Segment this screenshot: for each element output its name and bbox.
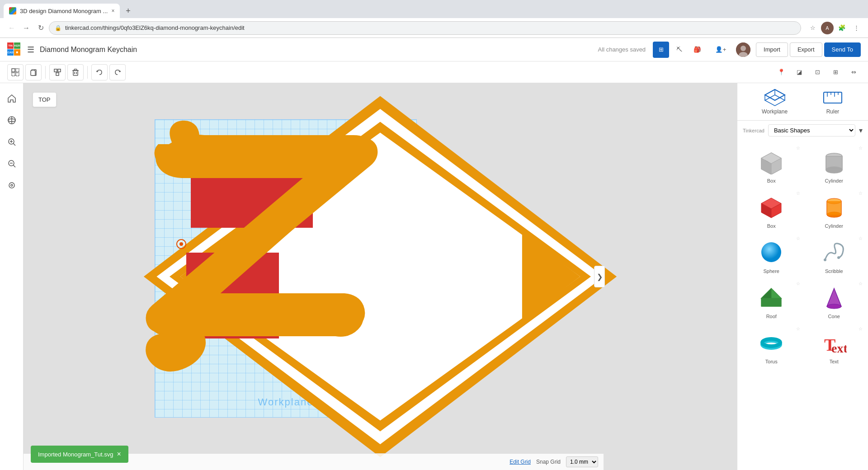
tab-title: 3D design Diamond Monogram ... (20, 8, 108, 14)
shape-cone-purple[interactable]: ☆ Cone (804, 279, 865, 323)
svg-rect-11 (58, 69, 61, 72)
svg-rect-4 (16, 69, 19, 72)
grid-view-btn[interactable]: ⊞ (653, 42, 669, 58)
zoom-in-btn[interactable] (4, 134, 20, 150)
menu-btn[interactable]: ⋮ (850, 22, 863, 34)
pickaxe-btn[interactable]: ⛏ (671, 42, 687, 58)
svg-rect-15 (74, 69, 77, 70)
star-icon-2[interactable]: ☆ (859, 146, 863, 150)
shape-roof-green[interactable]: ☆ Roof (741, 279, 802, 323)
address-bar[interactable]: 🔒 tinkercad.com/things/0qfo3ElZ6kq-diamo… (49, 21, 801, 35)
zoom-out-btn[interactable] (4, 155, 20, 172)
star-icon-7[interactable]: ☆ (796, 281, 800, 286)
shape-icon-cone-purple (820, 283, 849, 312)
back-btn[interactable]: ← (5, 22, 18, 34)
star-icon-4[interactable]: ☆ (859, 191, 863, 196)
star-icon-3[interactable]: ☆ (796, 191, 800, 196)
shape-box-red[interactable]: ☆ Box (741, 189, 802, 232)
workplane-btn[interactable]: Workplane (762, 89, 788, 115)
dropdown-arrow[interactable]: ▾ (859, 126, 863, 135)
active-tab[interactable]: 3D design Diamond Monogram ... × (4, 4, 120, 18)
toolbar-separator-2 (87, 66, 88, 79)
star-icon-8[interactable]: ☆ (859, 281, 863, 286)
star-icon-10[interactable]: ☆ (859, 326, 863, 331)
shape-label-box-red: Box (767, 223, 776, 229)
svg-rect-8 (31, 70, 35, 75)
ruler-btn[interactable]: Ruler (822, 89, 844, 115)
shape-sphere-blue[interactable]: ☆ Sphere (741, 234, 802, 277)
import-btn[interactable]: Import (756, 42, 788, 57)
shape-cylinder-orange[interactable]: ☆ Cylinder (804, 189, 865, 232)
shape-icon-box-gray (757, 147, 786, 176)
arrange-btn[interactable]: ⊞ (828, 65, 843, 80)
svg-rect-6 (16, 73, 19, 76)
panel-top-tools: Workplane Ruler (737, 83, 868, 121)
delete-btn[interactable] (67, 64, 84, 80)
shapes-header: Tinkercad Basic Shapes ▾ (737, 121, 868, 140)
notification-close-btn[interactable]: × (117, 450, 121, 458)
avatar[interactable] (736, 42, 750, 57)
shape-text-red[interactable]: ☆ T ext Text (804, 324, 865, 368)
bag-btn[interactable]: 🎒 (689, 42, 705, 58)
home-view-btn[interactable] (4, 90, 20, 107)
workplane-icon (764, 89, 786, 107)
browser-chrome: 3D design Diamond Monogram ... × + ← → ↻… (0, 0, 868, 38)
project-title[interactable]: Diamond Monogram Keychain (40, 46, 598, 54)
location-btn[interactable]: 📍 (774, 65, 788, 80)
tab-favicon (9, 7, 16, 14)
star-icon-6[interactable]: ☆ (859, 236, 863, 241)
profile-btn[interactable]: A (821, 22, 834, 34)
snap-grid-select[interactable]: 1.0 mm 0.5 mm 2.0 mm (566, 456, 598, 467)
reload-btn[interactable]: ↻ (34, 22, 47, 34)
tinkercad-label: Tinkercad (743, 128, 764, 133)
bookmark-btn[interactable]: ☆ (807, 22, 819, 34)
url-text: tinkercad.com/things/0qfo3ElZ6kq-diamond… (65, 24, 245, 31)
svg-rect-9 (32, 70, 34, 71)
select-all-btn[interactable] (7, 64, 24, 80)
snap-grid-label: Snap Grid (536, 459, 561, 465)
svg-rect-10 (54, 69, 57, 72)
shape-cylinder-gray[interactable]: ☆ Cylinder (804, 144, 865, 187)
paste-btn[interactable] (25, 64, 42, 80)
shape-label-cylinder-gray: Cylinder (825, 178, 843, 183)
app-header: TIN KER CAD ■ ☰ Diamond Monogram Keychai… (0, 38, 868, 61)
shape-icon-box-red (757, 193, 786, 221)
viewport[interactable]: Workplane (24, 83, 737, 470)
shape-box-gray[interactable]: ☆ Box (741, 144, 802, 187)
export-btn[interactable]: Export (790, 42, 822, 57)
shape-label-box-gray: Box (767, 178, 776, 183)
shapes-dropdown[interactable]: Basic Shapes (768, 124, 855, 136)
star-icon-5[interactable]: ☆ (796, 236, 800, 241)
redo-btn[interactable] (109, 64, 126, 80)
tab-close-btn[interactable]: × (111, 8, 114, 14)
panel-collapse-btn[interactable]: ❯ (594, 266, 605, 287)
notification-toast: Imported Monogram_Tut.svg × (31, 446, 128, 463)
shape-torus-teal[interactable]: ☆ Torus (741, 324, 802, 368)
shape-label-cone-purple: Cone (828, 314, 840, 319)
new-tab-btn[interactable]: + (122, 5, 134, 17)
shape-label-cylinder-orange: Cylinder (825, 223, 843, 229)
add-user-btn[interactable]: 👤+ (712, 42, 729, 58)
menu-icon[interactable]: ☰ (27, 45, 34, 55)
svg-line-27 (13, 165, 15, 168)
orbit-btn[interactable] (4, 112, 20, 128)
group-btn[interactable] (49, 64, 66, 80)
undo-btn[interactable] (91, 64, 108, 80)
star-icon-9[interactable]: ☆ (796, 326, 800, 331)
view-btn-group: ⊞ ⛏ 🎒 (653, 42, 705, 58)
star-icon[interactable]: ☆ (796, 146, 800, 150)
send-to-btn[interactable]: Send To (824, 42, 861, 57)
shape-label-text-red: Text (830, 359, 839, 364)
svg-line-24 (13, 144, 15, 146)
flip-btn[interactable]: ⇔ (846, 65, 861, 80)
app-logo: TIN KER CAD ■ (7, 42, 22, 57)
mirror-btn[interactable]: ◪ (792, 65, 807, 80)
forward-btn[interactable]: → (20, 22, 33, 34)
layers-btn[interactable] (4, 177, 20, 193)
extension-btn[interactable]: 🧩 (835, 22, 848, 34)
edit-grid-label[interactable]: Edit Grid (509, 459, 531, 465)
shape-scribble[interactable]: ☆ Scribble (804, 234, 865, 277)
svg-point-29 (11, 184, 13, 186)
align-btn[interactable]: ⊡ (810, 65, 825, 80)
browser-actions: ☆ A 🧩 ⋮ (807, 22, 863, 34)
